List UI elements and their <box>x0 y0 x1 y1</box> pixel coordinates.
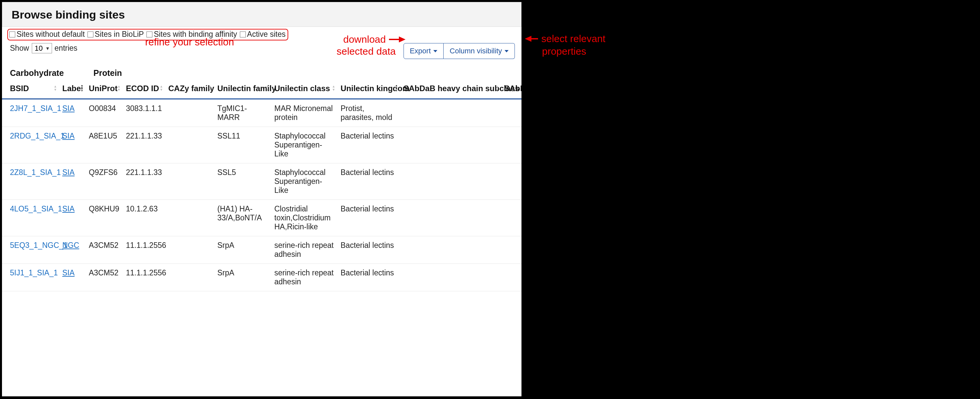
annotation-text: download <box>343 34 386 45</box>
cell-sabdab2 <box>501 200 522 236</box>
annotation-download: download <box>343 34 406 45</box>
col-uniprot[interactable]: UniProt▲▼ <box>86 78 123 99</box>
binding-sites-table: BSID▲▼ Label▲▼ UniProt▲▼ ECOD ID▲▼ CAZy … <box>2 78 522 291</box>
cell-label: NGC <box>59 236 86 264</box>
cell-sabdab <box>400 200 501 236</box>
sort-icon: ▲▼ <box>496 85 499 91</box>
sort-icon: ▲▼ <box>80 85 83 91</box>
bsid-link[interactable]: 2RDG_1_SIA_1 <box>10 132 65 140</box>
cell-label: SIA <box>59 164 86 200</box>
checkbox-sites-in-biolip[interactable] <box>88 32 94 37</box>
cell-unilectin-kingdom: Protist, parasites, mold <box>337 99 400 127</box>
col-unilectin-kingdom[interactable]: Unilectin kingdom▲▼ <box>337 78 400 99</box>
cell-unilectin-class: serine-rich repeat adhesin <box>271 264 337 291</box>
cell-unilectin-class: MAR Micronemal protein <box>271 99 337 127</box>
filter-sites-without-default[interactable]: Sites without default <box>9 30 85 39</box>
cell-bsid: 2RDG_1_SIA_1 <box>2 127 59 164</box>
bsid-link[interactable]: 4LO5_1_SIA_1 <box>10 205 62 213</box>
cell-bsid: 2JH7_1_SIA_1 <box>2 99 59 127</box>
col-cazy[interactable]: CAZy family▲▼ <box>165 78 214 99</box>
group-head-carbohydrate: Carbohydrate <box>10 68 94 78</box>
cell-cazy <box>165 236 214 264</box>
group-head-protein: Protein <box>94 68 122 78</box>
cell-unilectin-family: SSL5 <box>214 164 271 200</box>
cell-label: SIA <box>59 127 86 164</box>
cell-sabdab <box>400 127 501 164</box>
page-title: Browse binding sites <box>11 8 512 21</box>
filter-sites-in-biolip[interactable]: Sites in BioLiP <box>88 30 144 39</box>
label-link[interactable]: SIA <box>62 104 75 113</box>
cell-bsid: 5IJ1_1_SIA_1 <box>2 264 59 291</box>
controls-row: Show 10 ▼ entries Export Column visibili… <box>2 41 522 62</box>
cell-uniprot: Q8KHU9 <box>86 200 123 236</box>
entries-label: entries <box>55 44 78 53</box>
filter-active-sites[interactable]: Active sites <box>240 30 286 39</box>
annotation-text: select relevant <box>541 33 605 45</box>
sort-icon: ▲▼ <box>160 85 163 91</box>
cell-label: SIA <box>59 264 86 291</box>
cell-unilectin-family: SrpA <box>214 264 271 291</box>
annotation-download-2: selected data <box>337 46 396 57</box>
show-label: Show <box>10 44 29 53</box>
cell-unilectin-kingdom: Bacterial lectins <box>337 200 400 236</box>
cell-ecod: 11.1.1.2556 <box>123 264 165 291</box>
cell-cazy <box>165 164 214 200</box>
label-link[interactable]: SIA <box>62 168 75 176</box>
checkbox-sites-without-default[interactable] <box>9 32 15 37</box>
table-row: 2RDG_1_SIA_1SIAA8E1U5221.1.1.33SSL11Stap… <box>2 127 522 164</box>
col-label[interactable]: Label▲▼ <box>59 78 86 99</box>
caret-down-icon <box>504 50 509 52</box>
cell-bsid: 4LO5_1_SIA_1 <box>2 200 59 236</box>
bsid-link[interactable]: 5EQ3_1_NGC_1 <box>10 241 68 250</box>
export-button[interactable]: Export <box>404 43 444 59</box>
col-ecod[interactable]: ECOD ID▲▼ <box>123 78 165 99</box>
cell-ecod: 10.1.2.63 <box>123 200 165 236</box>
col-unilectin-family[interactable]: Unilectin family▲▼ <box>214 78 271 99</box>
cell-unilectin-family: (HA1) HA-33/A,BoNT/A <box>214 200 271 236</box>
col-label: Unilectin class <box>274 84 330 93</box>
col-bsid[interactable]: BSID▲▼ <box>2 78 59 99</box>
table-row: 4LO5_1_SIA_1SIAQ8KHU910.1.2.63(HA1) HA-3… <box>2 200 522 236</box>
cell-unilectin-class: serine-rich repeat adhesin <box>271 236 337 264</box>
cell-cazy <box>165 264 214 291</box>
col-label: ECOD ID <box>126 84 159 93</box>
export-label: Export <box>410 47 431 56</box>
filter-label: Active sites <box>247 30 286 39</box>
cell-sabdab <box>400 264 501 291</box>
cell-unilectin-kingdom: Bacterial lectins <box>337 127 400 164</box>
bsid-link[interactable]: 2Z8L_1_SIA_1 <box>10 168 60 176</box>
cell-sabdab2 <box>501 164 522 200</box>
col-label: UniProt <box>89 84 118 93</box>
arrow-line <box>531 38 538 40</box>
cell-bsid: 5EQ3_1_NGC_1 <box>2 236 59 264</box>
bsid-link[interactable]: 2JH7_1_SIA_1 <box>10 104 61 113</box>
cell-unilectin-class: Staphylococcal Superantigen-Like <box>271 164 337 200</box>
cell-sabdab <box>400 164 501 200</box>
colvis-label: Column visibility <box>450 47 502 56</box>
button-group: Export Column visibility <box>404 43 515 59</box>
annotation-select: select relevant <box>525 33 605 45</box>
bsid-link[interactable]: 5IJ1_1_SIA_1 <box>10 269 58 277</box>
col-label: SAbD <box>504 84 522 93</box>
label-link[interactable]: SIA <box>62 132 75 140</box>
col-unilectin-class[interactable]: Unilectin class▲▼ <box>271 78 337 99</box>
label-link[interactable]: NGC <box>62 241 79 250</box>
sort-icon: ▲▼ <box>395 85 398 91</box>
sort-icon: ▲▼ <box>54 85 57 91</box>
col-label: Unilectin kingdom <box>340 84 409 93</box>
cell-unilectin-class: Staphylococcal Superantigen-Like <box>271 127 337 164</box>
sort-icon: ▲▼ <box>117 85 121 91</box>
cell-unilectin-family: SrpA <box>214 236 271 264</box>
cell-sabdab2 <box>501 99 522 127</box>
checkbox-active-sites[interactable] <box>240 32 246 37</box>
label-link[interactable]: SIA <box>62 269 75 277</box>
length-select[interactable]: 10 <box>32 43 52 53</box>
col-sabdab-2[interactable]: SAbD <box>501 78 522 99</box>
browse-panel: Browse binding sites Sites without defau… <box>2 2 522 396</box>
label-link[interactable]: SIA <box>62 205 75 213</box>
col-sabdab-heavy[interactable]: SAbDaB heavy chain subclass▲▼ <box>400 78 501 99</box>
cell-unilectin-family: TgMIC1-MARR <box>214 99 271 127</box>
column-visibility-button[interactable]: Column visibility <box>444 43 515 59</box>
cell-uniprot: A3CM52 <box>86 264 123 291</box>
caret-down-icon <box>433 50 438 52</box>
